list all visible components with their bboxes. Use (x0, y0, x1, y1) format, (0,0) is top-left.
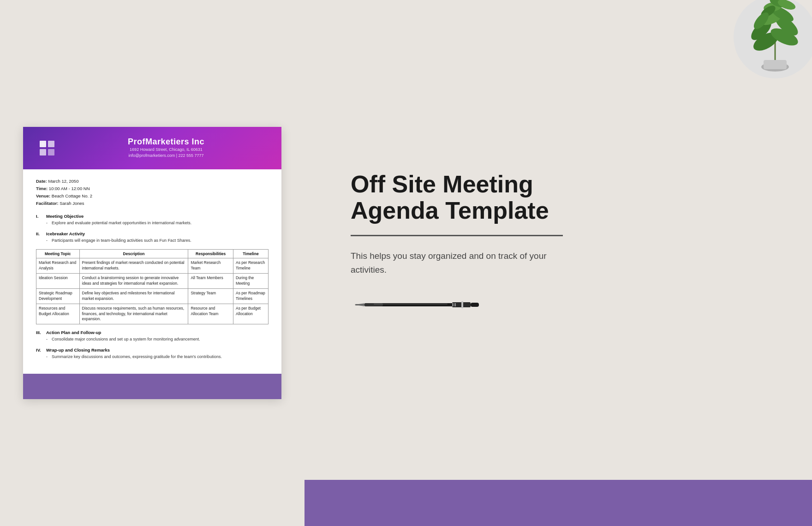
pre-table-sections: I. Meeting Objective - Explore and evalu… (36, 214, 269, 244)
svg-rect-29 (355, 304, 364, 305)
cell-description: Conduct a brainstorming session to gener… (79, 274, 188, 289)
facilitator-line: Facilitator: Sarah Jones (36, 200, 269, 207)
svg-rect-24 (471, 303, 479, 307)
cell-timeline: During the Meeting (233, 274, 268, 289)
cell-timeline: As per Research Timeline (233, 258, 268, 274)
cell-responsibilities: Resource and Allocation Team (188, 304, 233, 324)
doc-header: ProfMarketiers Inc 1692 Howard Street, C… (23, 127, 281, 169)
left-panel: ProfMarketiers Inc 1692 Howard Street, C… (0, 0, 304, 526)
svg-rect-7 (764, 60, 787, 69)
section-ii: II. Icebreaker Activity - Participants w… (36, 231, 269, 244)
col-header-responsibilities: Responsibilities (188, 250, 233, 258)
time-line: Time: 10:00 AM - 12:00 NN (36, 185, 269, 192)
svg-rect-28 (454, 303, 456, 306)
cell-description: Define key objectives and milestones for… (79, 288, 188, 304)
col-header-topic: Meeting Topic (36, 250, 80, 258)
plant-decoration (724, 0, 812, 88)
table-row: Strategic Roadmap DevelopmentDefine key … (36, 288, 269, 304)
venue-line: Venue: Beach Cottage No. 2 (36, 192, 269, 200)
table-row: Ideation SessionConduct a brainstorming … (36, 274, 269, 289)
section-iv: IV. Wrap-up and Closing Remarks - Summar… (36, 347, 269, 360)
meta-info: Date: March 12, 2050 Time: 10:00 AM - 12… (36, 178, 269, 208)
col-header-description: Description (79, 250, 188, 258)
section-iii: III. Action Plan and Follow-up - Consoli… (36, 330, 269, 343)
doc-footer (23, 374, 281, 399)
agenda-table: Meeting Topic Description Responsibiliti… (36, 249, 269, 324)
cell-topic: Ideation Session (36, 274, 80, 289)
pen-decoration (351, 299, 480, 309)
cell-topic: Market Research and Analysis (36, 258, 80, 274)
main-title: Off Site Meeting Agenda Template (351, 171, 581, 224)
table-row: Market Research and AnalysisPresent find… (36, 258, 269, 274)
cell-responsibilities: Strategy Team (188, 288, 233, 304)
divider-line (351, 235, 563, 236)
svg-rect-2 (40, 149, 46, 155)
company-name: ProfMarketiers Inc (128, 137, 204, 147)
right-panel: Off Site Meeting Agenda Template This he… (304, 0, 812, 526)
cell-topic: Resources and Budget Allocation (36, 304, 80, 324)
svg-rect-23 (461, 301, 463, 308)
subtitle-text: This helps you stay organized and on tra… (351, 249, 563, 276)
svg-rect-1 (48, 141, 54, 147)
cell-description: Discuss resource requirements, such as h… (79, 304, 188, 324)
date-line: Date: March 12, 2050 (36, 178, 269, 185)
company-address: 1692 Howard Street, Chicago, IL 60631 in… (128, 147, 203, 159)
svg-rect-3 (48, 149, 54, 155)
document: ProfMarketiers Inc 1692 Howard Street, C… (23, 127, 281, 400)
cell-timeline: As per Budget Allocation (233, 304, 268, 324)
cell-responsibilities: All Team Members (188, 274, 233, 289)
bottom-bar (304, 480, 812, 526)
cell-responsibilities: Market Research Team (188, 258, 233, 274)
post-table-sections: III. Action Plan and Follow-up - Consoli… (36, 330, 269, 360)
col-header-timeline: Timeline (233, 250, 268, 258)
section-i: I. Meeting Objective - Explore and evalu… (36, 214, 269, 227)
table-row: Resources and Budget AllocationDiscuss r… (36, 304, 269, 324)
company-info: ProfMarketiers Inc 1692 Howard Street, C… (65, 137, 268, 159)
cell-timeline: As per Roadmap Timelines (233, 288, 268, 304)
cell-description: Present findings of market research cond… (79, 258, 188, 274)
doc-body: Date: March 12, 2050 Time: 10:00 AM - 12… (23, 169, 281, 374)
svg-rect-26 (374, 304, 448, 305)
cell-topic: Strategic Roadmap Development (36, 288, 80, 304)
plant-circle (734, 0, 812, 78)
company-logo-icon (37, 138, 57, 158)
svg-rect-27 (452, 303, 454, 306)
